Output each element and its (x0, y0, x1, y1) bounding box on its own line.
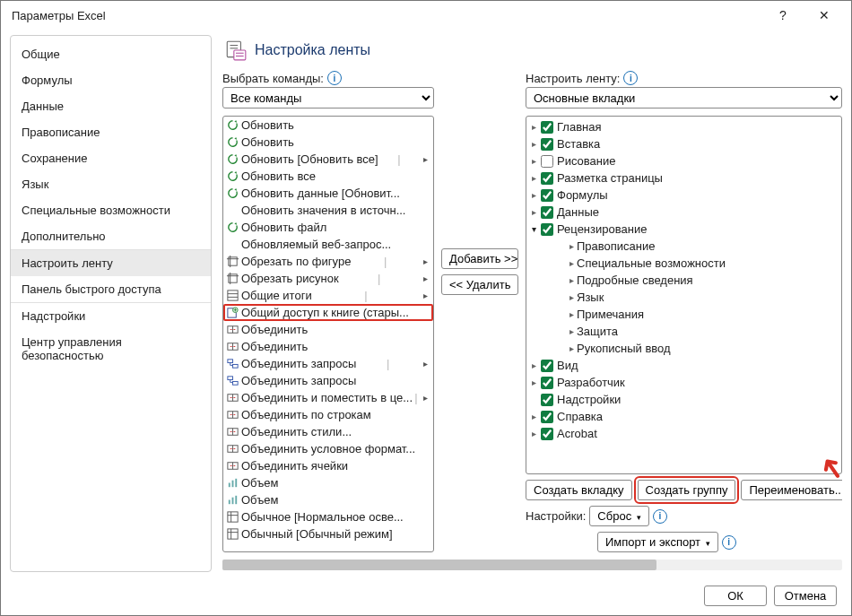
chevron-right-icon[interactable]: ▸ (566, 343, 577, 354)
ribbon-tree[interactable]: ▸Главная▸Вставка▸Рисование▸Разметка стра… (526, 116, 842, 474)
rename-button[interactable]: Переименовать... (741, 480, 842, 500)
chevron-right-icon[interactable]: ▸ (528, 412, 539, 422)
chevron-right-icon[interactable]: ▸ (528, 429, 539, 439)
info-icon[interactable]: i (623, 71, 638, 85)
tab-checkbox[interactable] (541, 206, 553, 219)
tree-tab-item[interactable]: ▸Рисование (526, 152, 841, 169)
import-export-dropdown[interactable]: Импорт и экспорт ▾ (597, 532, 718, 552)
commands-listbox[interactable]: ОбновитьОбновитьОбновить [Обновить все]|… (222, 116, 434, 552)
tab-checkbox[interactable] (541, 189, 553, 202)
tree-tab-item[interactable]: ▸Разработчик (526, 374, 841, 391)
tab-checkbox[interactable] (541, 428, 553, 440)
chevron-right-icon[interactable]: ▸ (528, 139, 539, 150)
new-tab-button[interactable]: Создать вкладку (526, 480, 632, 500)
tree-group-item[interactable]: ▸Правописание (526, 238, 841, 255)
command-item[interactable]: Объединить (223, 338, 433, 355)
sidebar-item[interactable]: Центр управления безопасностью (11, 329, 211, 369)
tree-group-item[interactable]: ▸Примечания (526, 306, 841, 323)
info-icon[interactable]: i (327, 71, 342, 85)
chevron-right-icon[interactable]: ▸ (528, 122, 539, 133)
tab-checkbox[interactable] (541, 138, 553, 151)
command-item[interactable]: Обрезать по фигуре|▸ (223, 253, 433, 270)
command-item[interactable]: Объем (223, 491, 433, 508)
tab-checkbox[interactable] (541, 223, 553, 236)
command-item[interactable]: Обновить файл (223, 219, 433, 236)
tree-group-item[interactable]: ▸Специальные возможности (526, 255, 841, 272)
tree-tab-item[interactable]: ▸Главная (526, 118, 841, 135)
command-item[interactable]: Объединить и поместить в це...|▸ (223, 389, 433, 406)
sidebar-item[interactable]: Сохранение (11, 145, 211, 171)
chevron-right-icon[interactable]: ▸ (528, 360, 539, 371)
tree-tab-item[interactable]: ▸Данные (526, 204, 841, 221)
ok-button[interactable]: ОК (704, 586, 767, 606)
tab-checkbox[interactable] (541, 121, 553, 134)
command-item[interactable]: Обновить все (223, 168, 433, 185)
tab-checkbox[interactable] (541, 394, 553, 406)
tree-group-item[interactable]: ▸Язык (526, 289, 841, 306)
tree-tab-item[interactable]: ▸Формулы (526, 187, 841, 204)
chevron-down-icon[interactable]: ▾ (528, 224, 539, 235)
sidebar-item[interactable]: Формулы (11, 67, 211, 93)
command-item[interactable]: Объединить (223, 321, 433, 338)
sidebar-item[interactable]: Язык (11, 171, 211, 197)
close-button[interactable]: ✕ (804, 2, 844, 29)
sidebar-item[interactable]: Общие (11, 41, 211, 67)
command-item[interactable]: Обновить (223, 134, 433, 151)
chevron-right-icon[interactable]: ▸ (566, 258, 577, 269)
tree-group-item[interactable]: ▸Защита (526, 323, 841, 340)
command-item[interactable]: Объединить стили... (223, 423, 433, 440)
command-item[interactable]: Общие итоги|▸ (223, 287, 433, 304)
command-item[interactable]: Общий доступ к книге (стары... (223, 304, 433, 321)
tree-tab-item[interactable]: ▸Разметка страницы (526, 169, 841, 187)
sidebar-item[interactable]: Настроить ленту (11, 250, 211, 276)
sidebar-item[interactable]: Данные (11, 93, 211, 119)
sidebar-item[interactable]: Надстройки (11, 303, 211, 329)
chevron-right-icon[interactable]: ▸ (528, 173, 539, 184)
chevron-right-icon[interactable] (528, 395, 539, 405)
commands-filter-dropdown[interactable]: Все команды (222, 87, 434, 108)
help-button[interactable]: ? (763, 2, 803, 29)
remove-button[interactable]: << Удалить (441, 274, 518, 295)
command-item[interactable]: Объединить запросы|▸ (223, 355, 433, 372)
tab-checkbox[interactable] (541, 172, 553, 185)
chevron-right-icon[interactable]: ▸ (528, 207, 539, 218)
tab-checkbox[interactable] (541, 360, 553, 372)
add-button[interactable]: Добавить >> (441, 248, 518, 269)
tab-checkbox[interactable] (541, 377, 553, 389)
tree-tab-item[interactable]: ▾Рецензирование (526, 221, 841, 238)
ribbon-scope-dropdown[interactable]: Основные вкладки (526, 87, 842, 108)
tab-checkbox[interactable] (541, 411, 553, 423)
tree-tab-item[interactable]: ▸Вставка (526, 135, 841, 152)
sidebar-item[interactable]: Специальные возможности (11, 197, 211, 223)
command-item[interactable]: Обновить (223, 117, 433, 134)
command-item[interactable]: Объем (223, 474, 433, 491)
sidebar-item[interactable]: Правописание (11, 119, 211, 145)
tree-group-item[interactable]: ▸Рукописный ввод (526, 340, 841, 357)
command-item[interactable]: Обновляемый веб-запрос... (223, 236, 433, 253)
command-item[interactable]: Объединить по строкам (223, 406, 433, 423)
info-icon[interactable]: i (653, 509, 667, 524)
tree-tab-item[interactable]: ▸Acrobat (526, 425, 841, 442)
horizontal-scrollbar[interactable] (222, 558, 842, 572)
sidebar-item[interactable]: Панель быстрого доступа (11, 276, 211, 302)
command-item[interactable]: Обновить значения в источн... (223, 202, 433, 219)
command-item[interactable]: Обычное [Нормальное осве... (223, 508, 433, 525)
chevron-right-icon[interactable]: ▸ (566, 292, 577, 303)
command-item[interactable]: Объединить запросы (223, 372, 433, 389)
chevron-right-icon[interactable]: ▸ (566, 309, 577, 320)
reset-dropdown[interactable]: Сброс ▾ (589, 506, 648, 526)
tab-checkbox[interactable] (541, 155, 553, 168)
cancel-button[interactable]: Отмена (774, 586, 837, 606)
chevron-right-icon[interactable]: ▸ (528, 377, 539, 388)
tree-tab-item[interactable]: ▸Справка (526, 408, 841, 425)
command-item[interactable]: Обновить [Обновить все]|▸ (223, 151, 433, 168)
chevron-right-icon[interactable]: ▸ (566, 326, 577, 337)
command-item[interactable]: Обычный [Обычный режим] (223, 525, 433, 542)
tree-tab-item[interactable]: ▸Вид (526, 357, 841, 374)
new-group-button[interactable]: Создать группу (638, 480, 736, 500)
tree-tab-item[interactable]: Надстройки (526, 391, 841, 408)
chevron-right-icon[interactable]: ▸ (566, 241, 577, 252)
command-item[interactable]: Объединить ячейки (223, 457, 433, 474)
command-item[interactable]: Обновить данные [Обновит... (223, 185, 433, 202)
chevron-right-icon[interactable]: ▸ (566, 275, 577, 286)
